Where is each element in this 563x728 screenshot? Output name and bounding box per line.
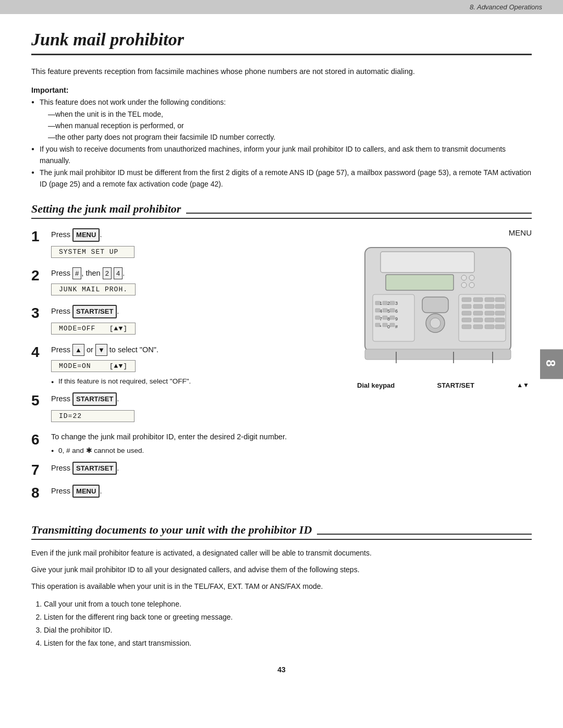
svg-rect-41 [473, 304, 483, 309]
svg-text:2: 2 [387, 301, 390, 306]
svg-point-5 [461, 282, 467, 288]
svg-text:5: 5 [387, 309, 390, 314]
important-section: Important: This feature does not work un… [31, 86, 532, 190]
svg-rect-2 [386, 275, 454, 290]
svg-rect-40 [462, 304, 471, 309]
step-2: 2 Press #, then 2 4. JUNK MAIL PROH. [31, 267, 339, 298]
top-bar: 8. Advanced Operations [0, 0, 563, 14]
menu-key: MENU [72, 228, 100, 242]
svg-rect-54 [485, 325, 494, 329]
svg-text:8: 8 [387, 316, 390, 322]
startset-key-5: START/SET [72, 392, 117, 406]
up-key: ▲ [72, 344, 84, 356]
fax-illustration: 1 2 3 4 5 6 7 8 9 * 0 # [354, 242, 521, 378]
step-4-note: If this feature is not required, select … [51, 377, 339, 385]
section-label: 8. Advanced Operations [470, 3, 542, 11]
svg-rect-42 [485, 304, 494, 309]
step-7: 7 Press START/SET. [31, 462, 339, 477]
startset-key-7: START/SET [72, 462, 117, 475]
section2-heading: Transmitting documents to your unit with… [31, 523, 532, 540]
svg-rect-37 [473, 298, 483, 302]
step-1: 1 Press MENU. SYSTEM SET UP [31, 228, 339, 260]
menu-key-8: MENU [72, 485, 100, 498]
transmitting-section: Transmitting documents to your unit with… [31, 523, 532, 650]
svg-rect-55 [495, 325, 505, 329]
step-6-note: 0, # and ✱ cannot be used. [51, 446, 339, 454]
list-item: The junk mail prohibitor ID must be diff… [31, 167, 532, 190]
svg-rect-53 [473, 325, 483, 329]
intro-text: This feature prevents reception from fac… [31, 66, 532, 78]
svg-rect-26 [375, 316, 380, 319]
transmitting-para-3: This operation is available when your un… [31, 581, 532, 592]
svg-rect-46 [485, 311, 494, 315]
transmitting-steps: Call your unit from a touch tone telepho… [31, 598, 532, 650]
svg-rect-56 [365, 349, 511, 360]
list-item: Listen for the fax tone, and start trans… [44, 637, 532, 650]
list-item: Listen for the different ring back tone … [44, 611, 532, 624]
svg-rect-47 [495, 311, 505, 315]
steps-container: 1 Press MENU. SYSTEM SET UP 2 Press #, t… [31, 228, 532, 507]
list-item: —when the unit is in the TEL mode, [31, 108, 532, 120]
svg-rect-39 [495, 298, 505, 302]
list-item: —when manual reception is performed, or [31, 120, 532, 131]
heading-line [186, 213, 532, 214]
dial-keypad-label: Dial keypad [357, 381, 395, 389]
svg-rect-50 [485, 318, 494, 322]
svg-rect-44 [462, 311, 471, 315]
svg-text:0: 0 [387, 324, 390, 329]
svg-rect-21 [383, 301, 387, 305]
section1-heading: Setting the junk mail prohibitor [31, 202, 532, 219]
key-4: 4 [114, 267, 123, 280]
svg-rect-48 [462, 318, 471, 322]
svg-rect-32 [422, 297, 448, 313]
step-5: 5 Press START/SET. ID=22 [31, 392, 339, 424]
fax-device-section: MENU 1 [354, 228, 532, 507]
svg-rect-49 [473, 318, 483, 322]
menu-label-device: MENU [509, 228, 532, 237]
svg-point-34 [430, 318, 440, 328]
lcd-4: MODE=ON [▲▼] [51, 360, 136, 372]
svg-rect-31 [390, 323, 395, 327]
key-2: 2 [103, 267, 112, 280]
list-item: Dial the prohibitor ID. [44, 624, 532, 637]
svg-point-4 [469, 275, 474, 280]
important-list: This feature does not work under the fol… [31, 96, 532, 190]
down-key: ▼ [95, 344, 107, 356]
fax-device: 1 2 3 4 5 6 7 8 9 * 0 # [354, 242, 521, 379]
svg-rect-30 [383, 323, 387, 327]
svg-rect-29 [375, 323, 380, 327]
transmitting-para-2: Give your junk mail prohibitor ID to all… [31, 564, 532, 575]
steps-left: 1 Press MENU. SYSTEM SET UP 2 Press #, t… [31, 228, 339, 507]
svg-rect-1 [381, 252, 474, 273]
important-label: Important: [31, 86, 532, 94]
lcd-2: JUNK MAIL PROH. [51, 283, 136, 295]
step-3: 3 Press START/SET. MODE=OFF [▲▼] [31, 305, 339, 337]
svg-text:3: 3 [395, 301, 398, 306]
svg-rect-27 [383, 316, 387, 319]
list-item: This feature does not work under the fol… [31, 96, 532, 108]
svg-rect-45 [473, 311, 483, 315]
svg-rect-22 [390, 301, 395, 305]
transmitting-para-1: Even if the junk mail prohibitor feature… [31, 547, 532, 559]
svg-rect-52 [462, 325, 471, 329]
sidebar-tab: 8 [540, 349, 563, 379]
list-item: If you wish to receive documents from un… [31, 143, 532, 167]
svg-text:6: 6 [395, 309, 398, 314]
main-content: Junk mail prohibitor This feature preven… [0, 14, 563, 695]
svg-text:#: # [395, 324, 398, 329]
svg-rect-23 [375, 309, 380, 312]
svg-rect-20 [375, 301, 380, 305]
step-8: 8 Press MENU. [31, 485, 339, 500]
svg-rect-51 [495, 318, 505, 322]
svg-rect-24 [383, 309, 387, 312]
svg-rect-25 [390, 309, 395, 312]
svg-rect-36 [462, 298, 471, 302]
startset-key-3: START/SET [72, 305, 117, 318]
list-item: Call your unit from a touch tone telepho… [44, 598, 532, 611]
list-item: —the other party does not program their … [31, 131, 532, 143]
step-6: 6 To change the junk mail prohibitor ID,… [31, 431, 339, 454]
startset-device-btn: START/SET [437, 381, 474, 389]
svg-rect-38 [485, 298, 494, 302]
hash-key: # [72, 267, 81, 280]
svg-rect-28 [390, 316, 395, 319]
